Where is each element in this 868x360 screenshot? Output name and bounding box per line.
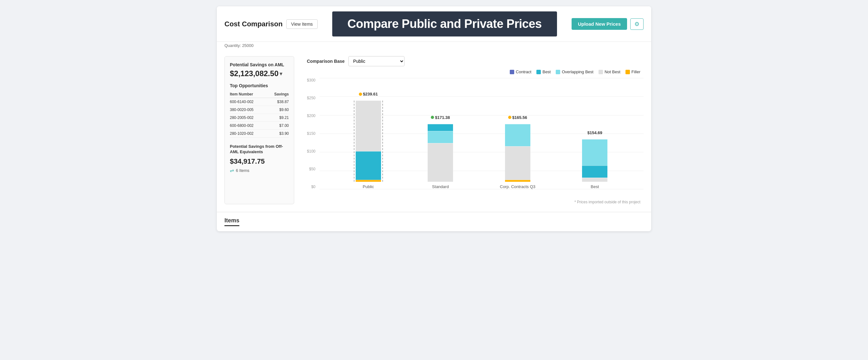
bar-segment <box>505 146 530 180</box>
legend-color <box>625 70 630 74</box>
legend-color <box>598 70 603 74</box>
header-left: Cost Comparison View Items <box>224 19 318 29</box>
table-row: 280-2005-002$9.21 <box>230 114 289 122</box>
bar-segment <box>582 139 608 166</box>
footnote: * Prices imported outside of this projec… <box>301 200 644 204</box>
bar-group: $154.69Best <box>582 139 608 189</box>
price-dot <box>431 116 434 119</box>
item-savings: $9.60 <box>266 106 289 114</box>
bar-segment <box>428 124 453 131</box>
legend-label: Contract <box>516 69 531 74</box>
page-wrapper: Cost Comparison View Items Compare Publi… <box>217 6 651 231</box>
price-dot <box>508 116 512 119</box>
off-aml-items-count: 6 Items <box>236 168 249 173</box>
settings-button[interactable]: ⚙ <box>630 19 644 30</box>
legend-item: Contract <box>510 69 531 74</box>
item-number: 600-6800-002 <box>230 122 266 130</box>
y-axis-label: $0 <box>311 185 315 189</box>
bar-price-text: $154.69 <box>587 130 602 135</box>
y-axis-label: $100 <box>307 149 315 153</box>
legend-color <box>510 70 514 74</box>
y-axis-label: $250 <box>307 96 315 100</box>
y-axis: $300$250$200$150$100$50$0 <box>301 78 318 189</box>
off-aml-title: Potential Savings from Off-AML Equivalen… <box>230 144 289 155</box>
bar-x-label: Best <box>591 184 599 189</box>
bar-segment <box>356 151 381 180</box>
bar-segment <box>428 143 453 182</box>
header: Cost Comparison View Items Compare Publi… <box>217 6 651 42</box>
y-axis-label: $50 <box>309 167 315 171</box>
comparison-base-label: Comparison Base <box>307 59 345 64</box>
bar-group: $165.56Corp. Contracts Q3 <box>500 124 535 189</box>
bar-segment <box>356 100 381 151</box>
savings-chevron[interactable]: ▾ <box>280 71 282 77</box>
chart-legend: ContractBestOverlapping BestNot BestFill… <box>301 69 644 74</box>
opportunities-title: Top Opportunities <box>230 83 289 88</box>
bar-x-label: Corp. Contracts Q3 <box>500 184 535 189</box>
grid-line <box>319 189 644 189</box>
bar-segment <box>505 180 530 182</box>
table-row: 600-6140-002$38.87 <box>230 98 289 106</box>
savings-title: Potential Savings on AML <box>230 62 289 67</box>
item-number: 380-0020-005 <box>230 106 266 114</box>
legend-item: Best <box>536 69 551 74</box>
item-savings: $3.90 <box>266 130 289 138</box>
legend-item: Not Best <box>598 69 620 74</box>
item-number: 600-6140-002 <box>230 98 266 106</box>
table-row: 280-1020-002$3.90 <box>230 130 289 138</box>
bottom-row: Items <box>217 212 651 231</box>
legend-color <box>536 70 541 74</box>
bar-price-text: $165.56 <box>512 115 527 120</box>
off-aml-amount: $34,917.75 <box>230 157 289 166</box>
item-savings: $38.87 <box>266 98 289 106</box>
dashed-line-left <box>354 100 354 182</box>
bar-group: $239.61Public <box>356 100 381 189</box>
quantity-label: Quantity: 25000 <box>224 43 254 48</box>
bar-stack: $171.38 <box>428 124 453 182</box>
bar-price-label: $171.38 <box>431 115 450 120</box>
view-items-button[interactable]: View Items <box>286 19 317 29</box>
bars-container: $239.61Public$171.38Standard$165.56Corp.… <box>319 78 644 189</box>
page-title: Cost Comparison <box>224 20 282 28</box>
main-content: Potential Savings on AML $2,123,082.50 ▾… <box>217 51 651 212</box>
col-header-item: Item Number <box>230 91 266 98</box>
bar-price-text: $239.61 <box>363 92 378 96</box>
legend-item: Overlapping Best <box>556 69 593 74</box>
price-dot <box>359 93 362 96</box>
left-panel: Potential Savings on AML $2,123,082.50 ▾… <box>224 56 294 204</box>
bar-price-label: $239.61 <box>359 92 378 96</box>
dashed-line-right <box>382 100 383 182</box>
header-center: Compare Public and Private Prices <box>323 11 566 36</box>
bar-segment <box>428 131 453 143</box>
bar-stack: $165.56 <box>505 124 530 182</box>
col-header-savings: Savings <box>266 91 289 98</box>
item-number: 280-2005-002 <box>230 114 266 122</box>
sub-header: Quantity: 25000 <box>217 42 651 51</box>
legend-label: Filler <box>631 69 640 74</box>
item-savings: $9.21 <box>266 114 289 122</box>
table-row: 600-6800-002$7.00 <box>230 122 289 130</box>
bar-x-label: Public <box>363 184 374 189</box>
comparison-base-select[interactable]: PublicStandardCorp. Contracts Q3Best <box>348 56 405 66</box>
upload-new-prices-button[interactable]: Upload New Prices <box>571 18 627 30</box>
legend-label: Overlapping Best <box>562 69 593 74</box>
items-tab[interactable]: Items <box>224 217 239 226</box>
transfer-icon: ⇌ <box>230 168 234 174</box>
savings-amount-value: $2,123,082.50 <box>230 69 278 78</box>
legend-color <box>556 70 560 74</box>
savings-amount: $2,123,082.50 ▾ <box>230 69 289 78</box>
legend-item: Filler <box>625 69 640 74</box>
off-aml-items-row: ⇌ 6 Items <box>230 168 289 174</box>
bar-segment <box>356 180 381 182</box>
y-axis-label: $300 <box>307 78 315 83</box>
legend-label: Best <box>542 69 551 74</box>
comparison-base-row: Comparison Base PublicStandardCorp. Cont… <box>301 56 644 66</box>
item-number: 280-1020-002 <box>230 130 266 138</box>
bar-stack: $239.61 <box>356 100 381 182</box>
right-panel: Comparison Base PublicStandardCorp. Cont… <box>301 56 644 204</box>
bar-price-label: $154.69 <box>587 130 602 135</box>
bar-group: $171.38Standard <box>428 124 453 189</box>
chart-area: $300$250$200$150$100$50$0 $239.61Public$… <box>301 78 644 199</box>
opportunities-table: Item Number Savings 600-6140-002$38.8738… <box>230 91 289 138</box>
bar-price-label: $165.56 <box>508 115 527 120</box>
